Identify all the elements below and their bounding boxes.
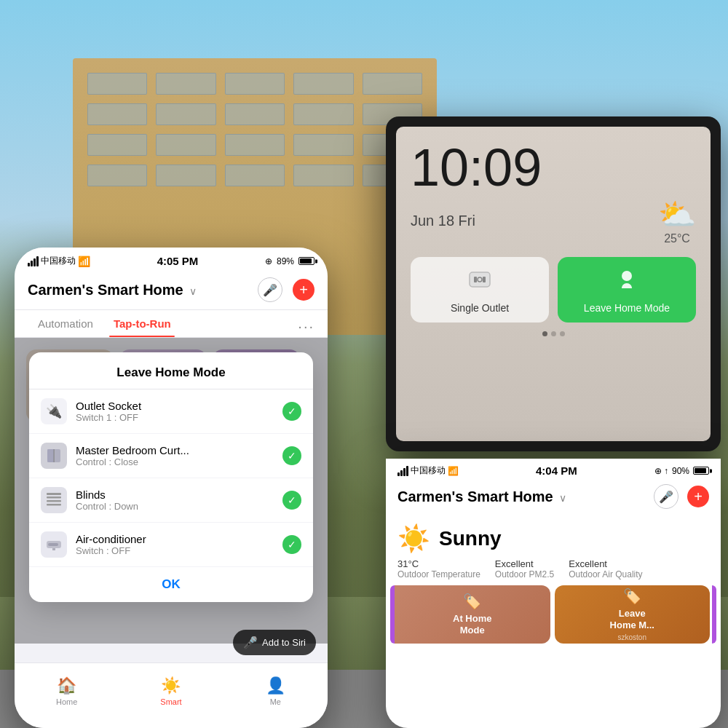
modal-item-ac: Air-conditioner Switch : OFF ✓ xyxy=(29,523,313,567)
svg-rect-3 xyxy=(47,493,61,495)
outlet-btn-icon xyxy=(467,266,493,298)
time-right: 4:04 PM xyxy=(536,464,577,477)
blinds-check: ✓ xyxy=(282,491,301,510)
single-outlet-button[interactable]: Single Outlet xyxy=(411,257,549,323)
weather-condition: Sunny xyxy=(439,527,502,550)
svg-rect-2 xyxy=(47,449,54,462)
home-nav-label: Home xyxy=(56,697,77,706)
smart-nav-icon: ☀️ xyxy=(161,676,181,695)
svg-point-14 xyxy=(622,271,632,281)
sun-icon: ☀️ xyxy=(397,523,430,554)
battery-visual-left xyxy=(298,257,314,265)
me-nav-icon: 👤 xyxy=(266,676,285,695)
modal-item-outlet: 🔌 Outlet Socket Switch 1 : OFF ✓ xyxy=(29,389,313,434)
leave-home-btn-icon xyxy=(614,266,640,298)
svg-rect-6 xyxy=(47,504,61,506)
outlet-sub: Switch 1 : OFF xyxy=(76,412,274,423)
at-home-icon: 🏷️ xyxy=(463,593,481,610)
siri-icon: 🎤 xyxy=(243,636,258,649)
dot-1 xyxy=(542,331,547,336)
curtain-name: Master Bedroom Curt... xyxy=(76,444,274,456)
signal-bars-right xyxy=(397,466,408,476)
tablet-buttons: Single Outlet Leave Home Mode xyxy=(411,257,696,323)
battery-pct-right: 90% xyxy=(672,466,689,476)
weather-section: ☀️ Sunny xyxy=(386,516,721,558)
outlet-icon: 🔌 xyxy=(41,398,67,424)
mic-button-right[interactable]: 🎤 xyxy=(654,484,678,509)
tablet-date-row: Jun 18 Fri ⛅ 25°C xyxy=(411,197,696,245)
smart-home-tablet: 10:09 Jun 18 Fri ⛅ 25°C Single Out xyxy=(386,116,721,451)
nav-me[interactable]: 👤 Me xyxy=(223,663,328,728)
carrier-left: 中国移动 xyxy=(41,255,76,267)
curtain-check: ✓ xyxy=(282,446,301,465)
time-left: 4:05 PM xyxy=(157,255,199,267)
ac-sub: Switch : OFF xyxy=(76,545,274,556)
home-title-left: Carmen's Smart Home xyxy=(28,282,183,298)
tab-tap-to-run[interactable]: Tap-to-Run xyxy=(103,310,181,337)
mic-button-left[interactable]: 🎤 xyxy=(258,277,282,302)
svg-rect-10 xyxy=(470,272,490,287)
status-bar-right: 中国移动 📶 4:04 PM ⊕ ↑ 90% xyxy=(386,459,721,480)
siri-label: Add to Siri xyxy=(262,637,306,648)
air-quality-desc: Outdoor Air Quality xyxy=(569,569,642,579)
svg-rect-4 xyxy=(47,496,61,499)
home-title-right: Carmen's Smart Home xyxy=(397,488,553,505)
outlet-check: ✓ xyxy=(282,402,301,421)
svg-rect-12 xyxy=(483,277,486,282)
leave-home-modal: Leave Home Mode 🔌 Outlet Socket Switch 1… xyxy=(29,352,313,602)
nav-smart[interactable]: ☀️ Smart xyxy=(119,663,223,728)
add-to-siri-button[interactable]: 🎤 Add to Siri xyxy=(233,630,316,655)
carrier-right: 中国移动 xyxy=(411,464,446,477)
leave-home-mode-button[interactable]: Leave Home Mode xyxy=(558,257,696,323)
tablet-time: 10:09 xyxy=(411,141,696,194)
battery-icon-left: ⊕ xyxy=(265,256,272,266)
battery-pct-left: 89% xyxy=(277,256,294,266)
weather-details: 31°C Outdoor Temperature Excellent Outdo… xyxy=(386,558,721,585)
tablet-temp: 25°C xyxy=(664,232,690,245)
air-quality-val: Excellent xyxy=(569,558,642,569)
purple-bar-right xyxy=(712,585,716,644)
phone-right: 中国移动 📶 4:04 PM ⊕ ↑ 90% Carmen's Smart Ho… xyxy=(386,459,721,728)
blinds-icon xyxy=(41,487,67,513)
phone-content-left: Leave Home Mode 🔌 Outlet Socket Switch 1… xyxy=(15,338,328,644)
modal-ok-button[interactable]: OK xyxy=(29,567,313,602)
tablet-screen: 10:09 Jun 18 Fri ⛅ 25°C Single Out xyxy=(396,127,711,441)
ac-name: Air-conditioner xyxy=(76,533,274,545)
outlet-name: Outlet Socket xyxy=(76,400,274,412)
outdoor-temp-desc: Outdoor Temperature xyxy=(397,569,480,579)
curtain-icon xyxy=(41,443,67,469)
svg-rect-9 xyxy=(52,548,55,550)
at-home-mode-card[interactable]: 🏷️ At HomeMode xyxy=(395,585,550,644)
svg-rect-8 xyxy=(48,543,58,546)
dot-2 xyxy=(551,331,556,336)
modal-item-blinds: Blinds Control : Down ✓ xyxy=(29,478,313,523)
nav-home[interactable]: 🏠 Home xyxy=(15,663,119,728)
modal-item-curtain: Master Bedroom Curt... Control : Close ✓ xyxy=(29,434,313,478)
tablet-weather-icon: ⛅ xyxy=(658,197,696,232)
leave-home-mode-card[interactable]: 🏷️ LeaveHome M... szkoston xyxy=(555,585,711,644)
wifi-icon-right: 📶 xyxy=(448,466,459,476)
add-button-left[interactable]: + xyxy=(293,279,314,301)
signal-bars xyxy=(28,256,39,266)
status-bar-left: 中国移动 📶 4:05 PM ⊕ 89% xyxy=(15,248,328,272)
ac-check: ✓ xyxy=(282,535,301,554)
phone-left: 中国移动 📶 4:05 PM ⊕ 89% Carmen's Smart Home… xyxy=(15,248,328,728)
header-left: Carmen's Smart Home ∨ 🎤 + xyxy=(15,272,328,310)
tabs-bar: Automation Tap-to-Run ... xyxy=(15,310,328,338)
add-button-right[interactable]: + xyxy=(687,486,709,507)
pm25-desc: Outdoor PM2.5 xyxy=(495,569,554,579)
blinds-name: Blinds xyxy=(76,488,274,501)
mode-cards: 🏷️ At HomeMode 🏷️ LeaveHome M... szkosto… xyxy=(386,585,721,644)
ac-icon xyxy=(41,531,67,558)
title-chevron-left: ∨ xyxy=(189,285,197,297)
header-right: Carmen's Smart Home ∨ 🎤 + xyxy=(386,480,721,516)
leave-home-sub: szkoston xyxy=(618,633,646,641)
smart-nav-label: Smart xyxy=(160,697,181,706)
me-nav-label: Me xyxy=(270,697,281,706)
leave-home-icon: 🏷️ xyxy=(623,587,641,605)
tab-automation[interactable]: Automation xyxy=(28,310,103,337)
building-windows xyxy=(87,73,422,186)
tab-more-button[interactable]: ... xyxy=(298,315,314,332)
wifi-icon-left: 📶 xyxy=(78,256,90,267)
svg-rect-5 xyxy=(47,500,61,502)
